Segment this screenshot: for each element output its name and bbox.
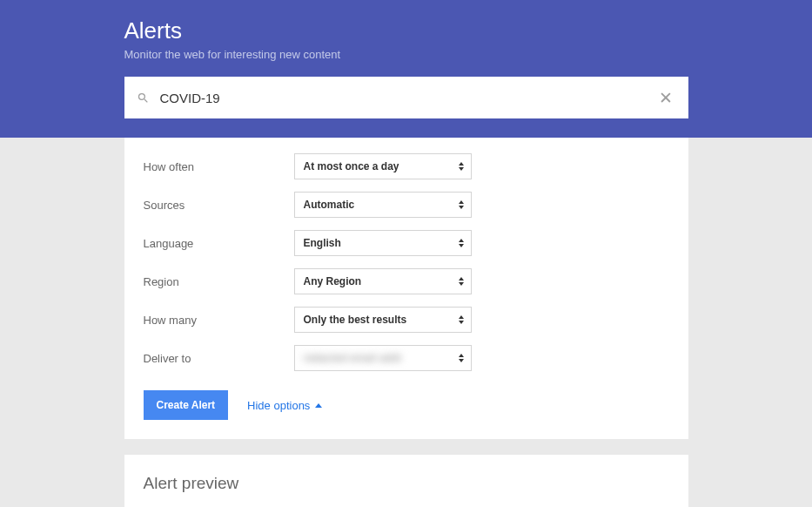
sort-arrows-icon bbox=[459, 277, 464, 286]
how-often-select[interactable]: At most once a day bbox=[294, 153, 472, 179]
sort-arrows-icon bbox=[459, 239, 464, 247]
sort-arrows-icon bbox=[459, 200, 464, 209]
sort-arrows-icon bbox=[459, 315, 464, 324]
language-label: Language bbox=[144, 237, 294, 250]
create-alert-button[interactable]: Create Alert bbox=[144, 390, 229, 420]
sources-label: Sources bbox=[144, 199, 294, 212]
options-card: How often At most once a day Sources Aut… bbox=[124, 138, 688, 439]
sources-select[interactable]: Automatic bbox=[294, 192, 472, 218]
deliver-to-select[interactable]: redacted email addr bbox=[294, 345, 472, 371]
deliver-to-value: redacted email addr bbox=[304, 352, 402, 364]
how-often-label: How often bbox=[144, 160, 294, 173]
how-often-value: At most once a day bbox=[304, 160, 399, 172]
language-select[interactable]: English bbox=[294, 230, 472, 256]
how-many-value: Only the best results bbox=[304, 314, 407, 326]
how-many-select[interactable]: Only the best results bbox=[294, 307, 472, 333]
header-banner: Alerts Monitor the web for interesting n… bbox=[0, 0, 812, 138]
preview-card: Alert preview NEWS bbox=[124, 455, 688, 507]
hide-options-label: Hide options bbox=[247, 399, 310, 412]
region-label: Region bbox=[144, 275, 294, 288]
region-select[interactable]: Any Region bbox=[294, 268, 472, 294]
search-icon bbox=[137, 91, 150, 105]
clear-icon[interactable]: ✕ bbox=[655, 90, 676, 106]
sort-arrows-icon bbox=[459, 354, 464, 362]
page-title: Alerts bbox=[124, 17, 688, 44]
region-value: Any Region bbox=[304, 275, 362, 287]
sort-arrows-icon bbox=[459, 162, 464, 171]
language-value: English bbox=[304, 237, 341, 249]
hide-options-link[interactable]: Hide options bbox=[247, 399, 322, 412]
search-bar: ✕ bbox=[124, 77, 688, 118]
page-subtitle: Monitor the web for interesting new cont… bbox=[124, 48, 688, 61]
sources-value: Automatic bbox=[304, 199, 355, 211]
preview-title: Alert preview bbox=[144, 474, 669, 493]
deliver-to-label: Deliver to bbox=[144, 352, 294, 365]
chevron-up-icon bbox=[315, 403, 322, 408]
search-input[interactable] bbox=[158, 90, 655, 106]
how-many-label: How many bbox=[144, 314, 294, 327]
